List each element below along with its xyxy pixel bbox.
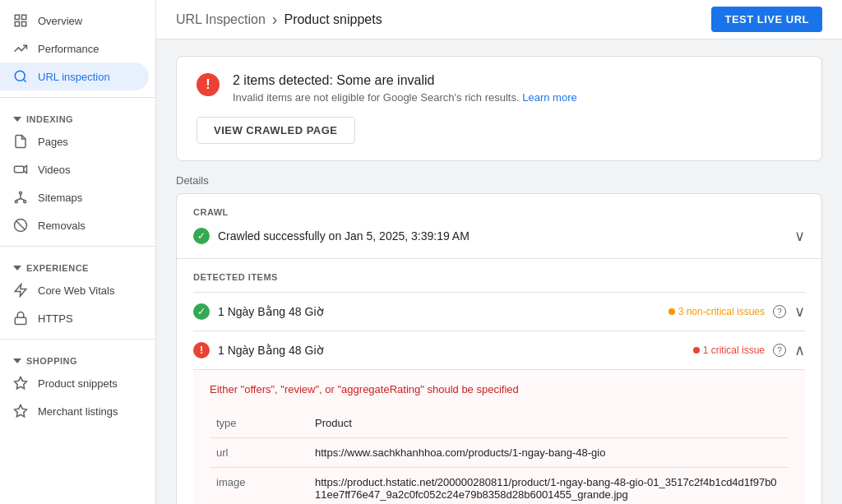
breadcrumb-current: Product snippets xyxy=(284,12,382,27)
svg-rect-7 xyxy=(15,166,24,173)
alert-description: Invalid items are not eligible for Googl… xyxy=(233,91,577,104)
warn-text: 3 non-critical issues xyxy=(678,306,765,317)
videos-icon xyxy=(13,162,28,177)
core-web-vitals-icon xyxy=(13,283,28,298)
sidebar-section-indexing[interactable]: Indexing xyxy=(0,104,155,127)
removals-icon xyxy=(13,218,28,233)
svg-point-4 xyxy=(15,71,25,81)
detected-items-section: Detected items ✓ 1 Ngày Bằng 48 Giờ 3 no… xyxy=(177,259,821,504)
sidebar-item-sitemaps[interactable]: Sitemaps xyxy=(0,183,149,211)
alert-header: ! 2 items detected: Some are invalid Inv… xyxy=(197,73,802,104)
svg-rect-1 xyxy=(22,15,26,19)
test-live-url-button[interactable]: TEST LIVE URL xyxy=(711,7,822,32)
sidebar-item-merchant-listings[interactable]: Merchant listings xyxy=(0,397,149,425)
item1-expand-chevron[interactable]: ∨ xyxy=(794,303,805,321)
alert-title: 2 items detected: Some are invalid xyxy=(233,73,577,88)
sidebar-item-label: Sitemaps xyxy=(38,192,82,204)
sidebar-section-experience[interactable]: Experience xyxy=(0,253,155,276)
details-label: Details xyxy=(176,174,822,187)
crawl-success-icon: ✓ xyxy=(193,228,210,244)
sidebar-item-label: HTTPS xyxy=(38,312,73,325)
sidebar-item-label: Merchant listings xyxy=(38,405,118,418)
detail-table: type Product url https://www.sachkhanhho… xyxy=(210,409,789,504)
field-key-type: type xyxy=(210,409,308,438)
sidebar-item-pages[interactable]: Pages xyxy=(0,127,149,155)
sidebar-item-url-inspection[interactable]: URL inspection xyxy=(0,62,149,90)
item-error-icon: ! xyxy=(193,342,210,358)
warn-dot xyxy=(669,308,675,315)
error-message: Either "offers", "review", or "aggregate… xyxy=(210,383,789,395)
sidebar-item-videos[interactable]: Videos xyxy=(0,155,149,183)
sidebar-section-shopping[interactable]: Shopping xyxy=(0,346,155,369)
table-row-image: image https://product.hstatic.net/200000… xyxy=(210,468,789,505)
error-dot xyxy=(693,347,700,354)
svg-rect-3 xyxy=(22,22,26,26)
shopping-section-label: Shopping xyxy=(26,356,77,366)
view-crawled-page-button[interactable]: VIEW CRAWLED PAGE xyxy=(197,117,355,144)
sidebar-divider xyxy=(0,97,155,98)
sidebar-item-https[interactable]: HTTPS xyxy=(0,304,149,332)
topbar: URL Inspection › Product snippets TEST L… xyxy=(156,0,842,39)
detected-item-name-2: 1 Ngày Bằng 48 Giờ xyxy=(218,344,685,357)
svg-marker-18 xyxy=(15,284,26,297)
https-icon xyxy=(13,311,28,326)
url-inspection-icon xyxy=(13,69,28,84)
content-area: ! 2 items detected: Some are invalid Inv… xyxy=(156,39,842,504)
sitemaps-icon xyxy=(13,190,28,205)
crawl-row: ✓ Crawled successfully on Jan 5, 2025, 3… xyxy=(193,227,805,245)
sidebar-divider-2 xyxy=(0,246,155,247)
sidebar-item-core-web-vitals[interactable]: Core Web Vitals xyxy=(0,276,149,304)
field-value-url: https://www.sachkhanhhoa.com/products/1-… xyxy=(308,438,789,468)
learn-more-link[interactable]: Learn more xyxy=(522,91,576,104)
breadcrumb-parent[interactable]: URL Inspection xyxy=(176,12,266,27)
svg-point-10 xyxy=(15,201,17,203)
detected-item-1: ✓ 1 Ngày Bằng 48 Giờ 3 non-critical issu… xyxy=(193,292,805,331)
indexing-section-label: Indexing xyxy=(26,114,73,124)
breadcrumb: URL Inspection › Product snippets xyxy=(176,10,382,29)
sidebar-item-label: Product snippets xyxy=(38,377,118,390)
svg-line-16 xyxy=(16,221,25,230)
crawl-expand-chevron[interactable]: ∨ xyxy=(794,227,805,245)
error-text: 1 critical issue xyxy=(703,344,765,356)
crawl-info: ✓ Crawled successfully on Jan 5, 2025, 3… xyxy=(193,228,470,244)
performance-icon xyxy=(13,41,28,56)
crawl-label: Crawl xyxy=(193,207,805,217)
sidebar-item-removals[interactable]: Removals xyxy=(0,211,149,239)
svg-marker-22 xyxy=(15,405,27,417)
svg-marker-20 xyxy=(13,358,21,363)
sidebar-item-label: Performance xyxy=(38,43,99,55)
svg-rect-0 xyxy=(15,15,19,19)
sidebar-item-label: Pages xyxy=(38,136,68,148)
crawl-section: Crawl ✓ Crawled successfully on Jan 5, 2… xyxy=(177,194,821,259)
alert-box: ! 2 items detected: Some are invalid Inv… xyxy=(176,56,822,161)
item2-expand-chevron[interactable]: ∧ xyxy=(794,341,805,359)
table-row-type: type Product xyxy=(210,409,789,438)
product-snippets-icon xyxy=(13,376,28,391)
table-row-url: url https://www.sachkhanhhoa.com/product… xyxy=(210,438,789,468)
svg-rect-2 xyxy=(15,22,19,26)
sidebar-item-label: Videos xyxy=(38,164,71,176)
svg-marker-21 xyxy=(15,377,27,389)
help-icon-2[interactable]: ? xyxy=(773,344,786,357)
sidebar-divider-3 xyxy=(0,339,155,340)
svg-rect-19 xyxy=(15,317,26,324)
sidebar-item-product-snippets[interactable]: Product snippets xyxy=(0,369,149,397)
expanded-detail: Either "offers", "review", or "aggregate… xyxy=(193,369,805,504)
help-icon-1[interactable]: ? xyxy=(773,305,786,318)
svg-point-9 xyxy=(20,192,22,194)
breadcrumb-separator: › xyxy=(272,10,278,29)
error-badge: 1 critical issue xyxy=(693,344,765,356)
svg-line-13 xyxy=(16,199,21,201)
sidebar-item-label: Core Web Vitals xyxy=(38,284,114,297)
field-key-url: url xyxy=(210,438,308,468)
main-content: URL Inspection › Product snippets TEST L… xyxy=(156,0,842,504)
sidebar-item-label: Removals xyxy=(38,220,86,232)
detected-items-label: Detected items xyxy=(193,272,805,282)
svg-marker-8 xyxy=(24,166,27,173)
svg-point-11 xyxy=(24,201,26,203)
detected-item-name-1: 1 Ngày Bằng 48 Giờ xyxy=(218,305,660,318)
alert-body: 2 items detected: Some are invalid Inval… xyxy=(233,73,577,104)
svg-line-14 xyxy=(21,199,25,201)
sidebar-item-overview[interactable]: Overview xyxy=(0,7,149,35)
sidebar-item-performance[interactable]: Performance xyxy=(0,35,149,62)
